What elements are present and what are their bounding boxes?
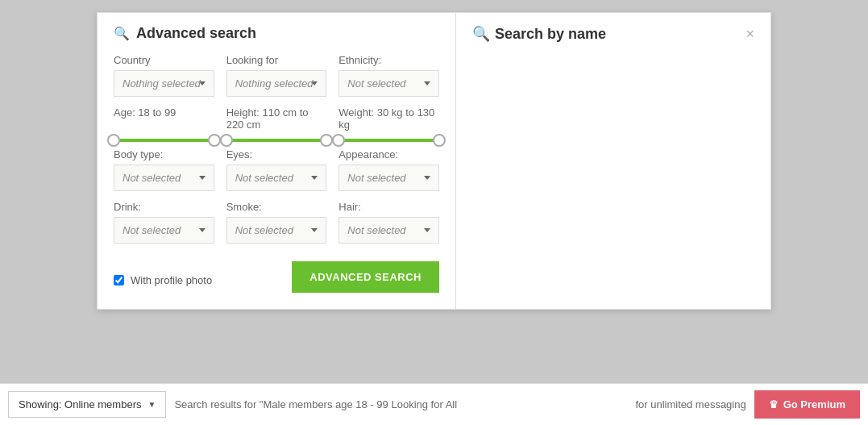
drink-group: Drink: Not selected bbox=[114, 201, 214, 244]
search-by-name-header: 🔍 Search by name × bbox=[472, 25, 754, 43]
weight-slider-thumb-left[interactable] bbox=[332, 134, 345, 147]
country-select[interactable]: Nothing selected bbox=[114, 70, 214, 97]
eyes-select[interactable]: Not selected bbox=[226, 165, 327, 191]
profile-photo-label[interactable]: With profile photo bbox=[131, 274, 212, 286]
looking-for-label: Looking for bbox=[226, 54, 327, 66]
ethnicity-label: Ethnicity: bbox=[338, 54, 439, 66]
hair-select[interactable]: Not selected bbox=[338, 217, 439, 244]
search-icon-left: 🔍 bbox=[114, 26, 130, 41]
weight-slider-thumb-right[interactable] bbox=[433, 134, 446, 147]
profile-photo-checkbox-row: With profile photo bbox=[114, 274, 212, 286]
crown-icon: ♛ bbox=[769, 398, 779, 410]
main-area: 🔍 Advanced search Country Nothing select… bbox=[0, 0, 868, 310]
close-button[interactable]: × bbox=[745, 27, 754, 41]
go-premium-label: Go Premium bbox=[783, 398, 845, 410]
age-slider-thumb-left[interactable] bbox=[107, 134, 120, 147]
eyes-label: Eyes: bbox=[226, 148, 327, 160]
form-grid: Country Nothing selected Looking for Not… bbox=[114, 54, 439, 253]
looking-for-group: Looking for Nothing selected bbox=[226, 54, 327, 97]
body-type-group: Body type: Not selected bbox=[114, 148, 214, 191]
smoke-select[interactable]: Not selected bbox=[226, 217, 327, 244]
search-panel: 🔍 Advanced search Country Nothing select… bbox=[97, 12, 771, 310]
search-icon-right: 🔍 bbox=[472, 25, 490, 43]
smoke-label: Smoke: bbox=[226, 201, 327, 213]
advanced-search-button[interactable]: ADVANCED SEARCH bbox=[292, 261, 439, 293]
showing-label: Showing: Online members bbox=[19, 398, 141, 410]
country-group: Country Nothing selected bbox=[114, 54, 214, 97]
go-premium-button[interactable]: ♛ Go Premium bbox=[754, 390, 860, 419]
appearance-group: Appearance: Not selected bbox=[338, 148, 439, 191]
looking-for-select[interactable]: Nothing selected bbox=[226, 70, 327, 97]
age-slider-thumb-right[interactable] bbox=[208, 134, 221, 147]
weight-slider-track bbox=[338, 139, 439, 142]
bottom-bar: Showing: Online members ▼ Search results… bbox=[0, 383, 868, 425]
age-slider[interactable] bbox=[114, 132, 214, 148]
chevron-down-icon: ▼ bbox=[147, 400, 156, 409]
body-type-label: Body type: bbox=[114, 148, 214, 160]
messaging-text: for unlimited messaging bbox=[635, 398, 745, 410]
ethnicity-group: Ethnicity: Not selected bbox=[338, 54, 439, 97]
eyes-group: Eyes: Not selected bbox=[226, 148, 327, 191]
age-slider-track bbox=[114, 139, 214, 142]
smoke-group: Smoke: Not selected bbox=[226, 201, 327, 244]
weight-slider[interactable] bbox=[338, 132, 439, 148]
height-slider[interactable] bbox=[226, 132, 327, 148]
advanced-search-panel: 🔍 Advanced search Country Nothing select… bbox=[98, 13, 456, 309]
profile-photo-checkbox[interactable] bbox=[114, 275, 124, 285]
appearance-select[interactable]: Not selected bbox=[338, 165, 439, 191]
hair-group: Hair: Not selected bbox=[338, 201, 439, 244]
hair-label: Hair: bbox=[338, 201, 439, 213]
body-type-select[interactable]: Not selected bbox=[114, 165, 214, 191]
advanced-search-label: Advanced search bbox=[136, 25, 256, 42]
showing-dropdown[interactable]: Showing: Online members ▼ bbox=[8, 391, 166, 418]
advanced-search-title: 🔍 Advanced search bbox=[114, 25, 439, 42]
action-row: With profile photo ADVANCED SEARCH bbox=[114, 261, 439, 293]
search-by-name-label: Search by name bbox=[495, 26, 606, 43]
country-label: Country bbox=[114, 54, 214, 66]
height-slider-thumb-right[interactable] bbox=[320, 134, 333, 147]
weight-label: Weight: 30 kg to 130 kg bbox=[338, 106, 439, 131]
ethnicity-select[interactable]: Not selected bbox=[338, 70, 439, 97]
drink-label: Drink: bbox=[114, 201, 214, 213]
drink-select[interactable]: Not selected bbox=[114, 217, 214, 244]
height-label: Height: 110 cm to 220 cm bbox=[226, 106, 327, 131]
age-label: Age: 18 to 99 bbox=[114, 106, 214, 131]
height-slider-track bbox=[226, 139, 327, 142]
search-by-name-title: 🔍 Search by name bbox=[472, 25, 606, 43]
search-by-name-panel: 🔍 Search by name × bbox=[456, 13, 770, 309]
height-slider-thumb-left[interactable] bbox=[220, 134, 233, 147]
appearance-label: Appearance: bbox=[338, 148, 439, 160]
search-results-text: Search results for "Male members age 18 … bbox=[174, 398, 627, 410]
